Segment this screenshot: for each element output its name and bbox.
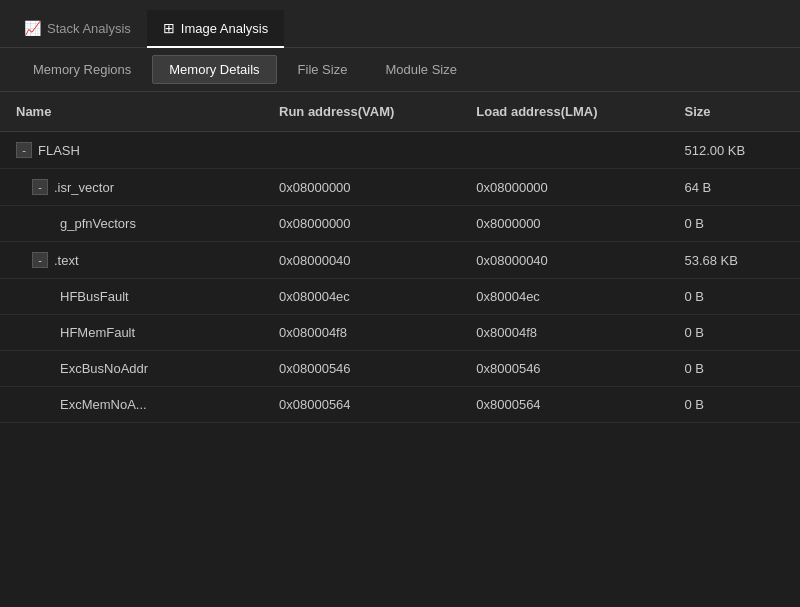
subtab-file-size-label: File Size bbox=[298, 62, 348, 77]
cell-name: ExcBusNoAddr bbox=[0, 351, 263, 387]
cell-run-addr: 0x08000040 bbox=[263, 242, 460, 279]
row-name-label: FLASH bbox=[38, 143, 80, 158]
tab-image-analysis[interactable]: ⊞ Image Analysis bbox=[147, 10, 284, 48]
collapse-button[interactable]: - bbox=[32, 252, 48, 268]
tab-stack-analysis-label: Stack Analysis bbox=[47, 21, 131, 36]
table-row: ExcBusNoAddr0x080005460x80005460 B bbox=[0, 351, 800, 387]
sub-tab-bar: Memory Regions Memory Details File Size … bbox=[0, 48, 800, 92]
subtab-module-size-label: Module Size bbox=[385, 62, 457, 77]
table-row: ExcMemNoA...0x080005640x80005640 B bbox=[0, 387, 800, 423]
cell-load-addr: 0x8000546 bbox=[460, 351, 668, 387]
cell-load-addr: 0x8000564 bbox=[460, 387, 668, 423]
cell-run-addr bbox=[263, 132, 460, 169]
subtab-memory-regions-label: Memory Regions bbox=[33, 62, 131, 77]
cell-size: 0 B bbox=[668, 351, 800, 387]
cell-size: 0 B bbox=[668, 387, 800, 423]
table-row: -FLASH512.00 KB bbox=[0, 132, 800, 169]
table-container: Name Run address(VAM) Load address(LMA) … bbox=[0, 92, 800, 607]
memory-details-table: Name Run address(VAM) Load address(LMA) … bbox=[0, 92, 800, 423]
cell-name: HFBusFault bbox=[0, 279, 263, 315]
cell-load-addr: 0x08000000 bbox=[460, 169, 668, 206]
image-analysis-icon: ⊞ bbox=[163, 20, 175, 36]
cell-size: 0 B bbox=[668, 206, 800, 242]
cell-size: 0 B bbox=[668, 279, 800, 315]
cell-run-addr: 0x080004f8 bbox=[263, 315, 460, 351]
row-name-label: ExcMemNoA... bbox=[60, 397, 147, 412]
cell-load-addr bbox=[460, 132, 668, 169]
col-header-name: Name bbox=[0, 92, 263, 132]
row-name-label: HFMemFault bbox=[60, 325, 135, 340]
row-name-label: g_pfnVectors bbox=[60, 216, 136, 231]
collapse-button[interactable]: - bbox=[16, 142, 32, 158]
cell-size: 0 B bbox=[668, 315, 800, 351]
collapse-button[interactable]: - bbox=[32, 179, 48, 195]
cell-name: -FLASH bbox=[0, 132, 263, 169]
cell-name: -.text bbox=[0, 242, 263, 279]
cell-load-addr: 0x80004f8 bbox=[460, 315, 668, 351]
row-name-label: ExcBusNoAddr bbox=[60, 361, 148, 376]
cell-load-addr: 0x08000040 bbox=[460, 242, 668, 279]
subtab-memory-details-label: Memory Details bbox=[169, 62, 259, 77]
tab-image-analysis-label: Image Analysis bbox=[181, 21, 268, 36]
cell-name: g_pfnVectors bbox=[0, 206, 263, 242]
cell-name: ExcMemNoA... bbox=[0, 387, 263, 423]
top-tab-bar: 📈 Stack Analysis ⊞ Image Analysis bbox=[0, 0, 800, 48]
table-row: HFBusFault0x080004ec0x80004ec0 B bbox=[0, 279, 800, 315]
cell-run-addr: 0x080004ec bbox=[263, 279, 460, 315]
col-header-load-addr: Load address(LMA) bbox=[460, 92, 668, 132]
tab-stack-analysis[interactable]: 📈 Stack Analysis bbox=[8, 10, 147, 48]
cell-size: 64 B bbox=[668, 169, 800, 206]
cell-name: -.isr_vector bbox=[0, 169, 263, 206]
cell-run-addr: 0x08000000 bbox=[263, 206, 460, 242]
cell-run-addr: 0x08000546 bbox=[263, 351, 460, 387]
table-row: HFMemFault0x080004f80x80004f80 B bbox=[0, 315, 800, 351]
cell-name: HFMemFault bbox=[0, 315, 263, 351]
subtab-file-size[interactable]: File Size bbox=[281, 55, 365, 84]
cell-load-addr: 0x80004ec bbox=[460, 279, 668, 315]
cell-run-addr: 0x08000564 bbox=[263, 387, 460, 423]
cell-size: 512.00 KB bbox=[668, 132, 800, 169]
stack-analysis-icon: 📈 bbox=[24, 20, 41, 36]
col-header-run-addr: Run address(VAM) bbox=[263, 92, 460, 132]
table-row: -.isr_vector0x080000000x0800000064 B bbox=[0, 169, 800, 206]
cell-run-addr: 0x08000000 bbox=[263, 169, 460, 206]
table-header-row: Name Run address(VAM) Load address(LMA) … bbox=[0, 92, 800, 132]
col-header-size: Size bbox=[668, 92, 800, 132]
row-name-label: .text bbox=[54, 253, 79, 268]
subtab-module-size[interactable]: Module Size bbox=[368, 55, 474, 84]
table-row: -.text0x080000400x0800004053.68 KB bbox=[0, 242, 800, 279]
cell-load-addr: 0x8000000 bbox=[460, 206, 668, 242]
cell-size: 53.68 KB bbox=[668, 242, 800, 279]
row-name-label: HFBusFault bbox=[60, 289, 129, 304]
row-name-label: .isr_vector bbox=[54, 180, 114, 195]
subtab-memory-regions[interactable]: Memory Regions bbox=[16, 55, 148, 84]
table-row: g_pfnVectors0x080000000x80000000 B bbox=[0, 206, 800, 242]
subtab-memory-details[interactable]: Memory Details bbox=[152, 55, 276, 84]
